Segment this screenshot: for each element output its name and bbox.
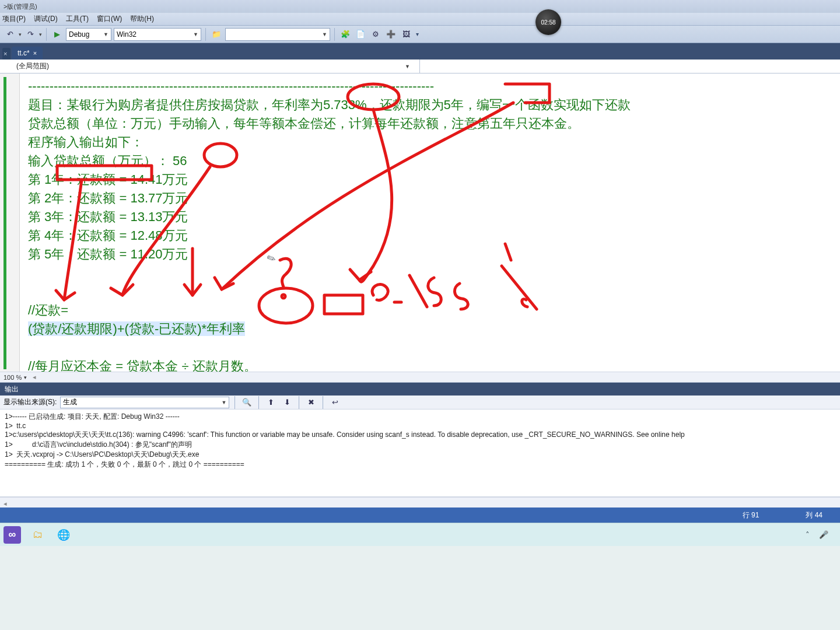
start-debug-button[interactable]: ▶ [51,28,64,41]
toolbox-btn-4[interactable]: ➕ [384,28,397,41]
taskbar-app-edge[interactable]: 🌐 [55,526,72,544]
menu-bar: 项目(P) 调试(D) 工具(T) 窗口(W) 帮助(H) [0,13,840,26]
status-line: 行 91 [743,510,760,520]
toolbox-btn-3[interactable]: ⚙ [369,28,382,41]
gear-icon: ⚙ [372,30,379,38]
menu-window[interactable]: 窗口(W) [97,14,122,24]
output-toolbar: 显示输出来源(S): 生成 ▼ 🔍 ⬆ ⬇ ✖ ↩ [0,396,840,410]
menu-debug[interactable]: 调试(D) [34,14,58,24]
tray-mic-icon[interactable]: 🎤 [819,530,828,539]
page-icon: 📄 [356,30,365,38]
window-title: >版(管理员) [4,2,37,11]
find-icon: 🔍 [242,398,251,407]
output-clear-button[interactable]: ✖ [304,396,317,409]
platform-value: Win32 [117,30,136,38]
menu-help[interactable]: 帮助(H) [130,14,154,24]
search-combo[interactable]: ▼ [225,28,330,41]
system-tray: ˄ 🎤 [806,530,836,539]
recording-timer-badge: 02:58 [536,9,561,35]
code-editor[interactable]: ----------------------------------------… [0,74,840,383]
output-source-combo[interactable]: 生成 ▼ [60,397,229,408]
output-title: 输出 [5,384,19,394]
editor-footer: 100 % ▾ ◂ [0,372,840,382]
taskbar-app-explorer[interactable]: 🗂 [29,526,47,544]
output-prev-button[interactable]: ⬆ [264,396,277,409]
toolbox-btn-2[interactable]: 📄 [354,28,367,41]
scope-combo[interactable]: (全局范围) ▼ [0,60,420,73]
doc-tab-pinned[interactable]: × [2,48,10,60]
os-taskbar: ∞ 🗂 🌐 ˄ 🎤 [0,523,840,546]
toolbox-btn-1[interactable]: 🧩 [339,28,352,41]
doc-tab-active[interactable]: tt.c* × [12,47,43,60]
output-find-button[interactable]: 🔍 [240,396,253,409]
redo-button[interactable]: ↷ [24,28,37,41]
platform-combo[interactable]: Win32▼ [114,28,201,41]
plus-icon: ➕ [386,30,396,38]
play-icon: ▶ [54,30,60,38]
config-value: Debug [69,30,89,38]
close-icon[interactable]: × [33,50,37,57]
close-icon[interactable]: × [4,50,7,57]
open-folder-button[interactable]: 📁 [210,28,223,41]
undo-button[interactable]: ↶ [4,28,16,41]
undo-icon: ↶ [7,30,13,38]
status-col: 列 44 [806,510,822,520]
menu-tools[interactable]: 工具(T) [66,14,89,24]
config-combo[interactable]: Debug▼ [66,28,111,41]
code-content: ----------------------------------------… [28,77,831,372]
window-title-bar: >版(管理员) [0,0,840,13]
output-panel-header[interactable]: 输出 [0,383,840,396]
main-toolbar: ↶ ▾ ↷ ▾ ▶ Debug▼ Win32▼ 📁 ▼ 🧩 📄 ⚙ ➕ 🖼 ▾ [0,26,840,43]
scope-bar: (全局范围) ▼ [0,60,840,74]
image-icon: 🖼 [402,30,410,38]
menu-project[interactable]: 项目(P) [2,14,26,24]
document-tab-strip: × tt.c* × [0,43,840,60]
taskbar-app-vs[interactable]: ∞ [4,526,21,544]
output-text[interactable]: 1>------ 已启动生成: 项目: 天天, 配置: Debug Win32 … [0,410,840,497]
scope-value: (全局范围) [16,61,49,71]
redo-icon: ↷ [27,30,34,38]
zoom-level[interactable]: 100 % [4,374,22,381]
folder-icon: 📁 [212,30,221,38]
puzzle-icon: 🧩 [341,30,350,38]
output-source-value: 生成 [63,397,77,407]
output-from-label: 显示输出来源(S): [4,397,57,407]
output-scrollbar[interactable]: ◂ [0,497,840,508]
toolbox-btn-5[interactable]: 🖼 [400,28,412,41]
tray-overflow-icon[interactable]: ˄ [806,530,810,539]
output-next-button[interactable]: ⬇ [281,396,293,409]
doc-tab-label: tt.c* [18,49,30,57]
status-bar: 行 91 列 44 [0,508,840,523]
editor-gutter [0,74,20,372]
output-wrap-button[interactable]: ↩ [328,396,341,409]
